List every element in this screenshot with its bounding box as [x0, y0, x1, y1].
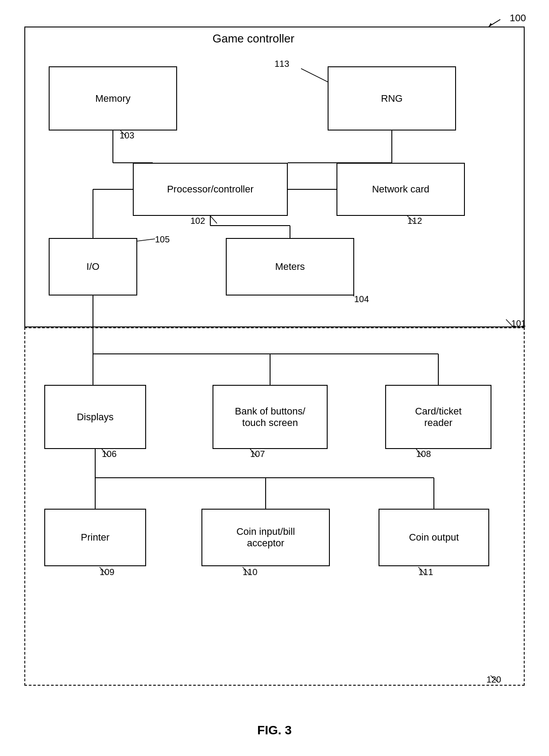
game-controller-label: Game controller [213, 32, 294, 46]
svg-marker-1 [489, 23, 492, 27]
ref-110-label: 110 [243, 567, 257, 577]
rng-box: RNG [328, 66, 456, 130]
peripherals-box [24, 327, 525, 686]
ref-120-label: 120 [487, 675, 501, 685]
ref-109-label: 109 [100, 567, 114, 577]
ref-111-label: 111 [418, 567, 433, 577]
diagram-page: 100 Game controller 101 120 Memory 103 R… [0, 0, 549, 756]
ref-112-label: 112 [407, 216, 422, 226]
ref-106-label: 106 [102, 449, 116, 459]
printer-box: Printer [44, 509, 146, 566]
ref-100-arrow [488, 19, 501, 27]
io-box: I/O [49, 238, 137, 295]
ref-113-label: 113 [274, 59, 289, 69]
coin-output-box: Coin output [379, 509, 489, 566]
buttons-box: Bank of buttons/ touch screen [213, 385, 328, 449]
ref-100-label: 100 [510, 12, 526, 24]
displays-box: Displays [44, 385, 146, 449]
ref-108-label: 108 [416, 449, 431, 459]
ref-102-label: 102 [190, 216, 205, 226]
card-reader-box: Card/ticket reader [385, 385, 491, 449]
memory-box: Memory [49, 66, 177, 130]
processor-box: Processor/controller [133, 163, 288, 216]
network-card-box: Network card [336, 163, 465, 216]
ref-104-label: 104 [354, 294, 369, 304]
ref-103-label: 103 [120, 130, 134, 141]
coin-input-box: Coin input/bill acceptor [201, 509, 330, 566]
ref-107-label: 107 [250, 449, 265, 459]
meters-box: Meters [226, 238, 354, 295]
figure-label: FIG. 3 [257, 723, 292, 737]
ref-105-label: 105 [155, 234, 170, 245]
